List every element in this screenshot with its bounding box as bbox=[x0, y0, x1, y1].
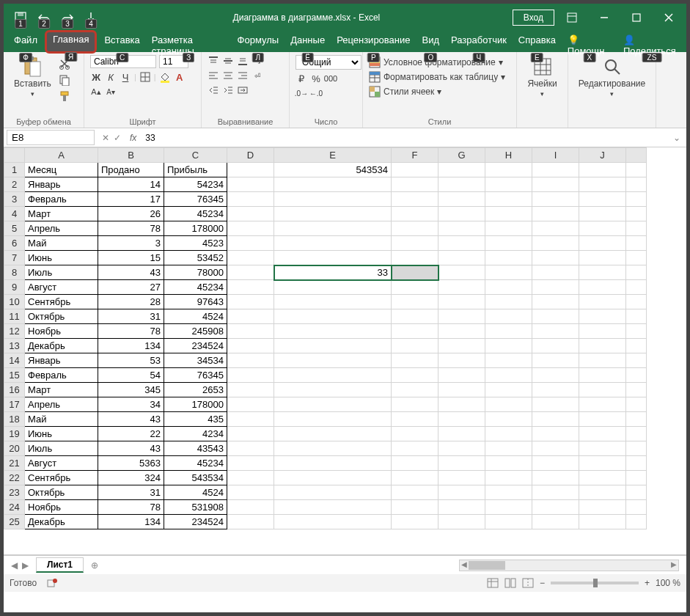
tab-разметка страницы[interactable]: Разметка страницыЗ bbox=[146, 32, 232, 52]
percent-format-icon[interactable]: % bbox=[310, 73, 322, 84]
add-sheet-button[interactable]: ⊕ bbox=[84, 560, 106, 571]
qat-undo[interactable]: 2 bbox=[34, 8, 54, 27]
cell[interactable] bbox=[274, 368, 392, 383]
cell[interactable] bbox=[485, 295, 532, 309]
row-header[interactable]: 21 bbox=[4, 456, 25, 471]
cell[interactable] bbox=[274, 236, 392, 251]
cell[interactable]: 5363 bbox=[98, 456, 164, 471]
cell[interactable]: 15 bbox=[98, 251, 164, 265]
cell[interactable] bbox=[579, 339, 626, 353]
align-bottom-icon[interactable] bbox=[237, 55, 249, 67]
cell[interactable] bbox=[227, 383, 274, 397]
cell[interactable] bbox=[392, 163, 438, 177]
cell[interactable] bbox=[392, 280, 438, 295]
cell-styles-button[interactable]: Стили ячеек ▾ bbox=[369, 84, 510, 99]
cell[interactable] bbox=[532, 251, 579, 265]
cell[interactable] bbox=[532, 265, 579, 280]
accounting-format-icon[interactable]: ₽ bbox=[296, 73, 307, 84]
cell[interactable] bbox=[227, 397, 274, 412]
cell[interactable] bbox=[274, 427, 392, 441]
cell[interactable] bbox=[485, 236, 532, 251]
row-header[interactable]: 3 bbox=[4, 192, 25, 207]
cell[interactable] bbox=[579, 163, 626, 177]
cell[interactable]: 78000 bbox=[164, 265, 227, 280]
cell[interactable] bbox=[485, 265, 532, 280]
cell[interactable] bbox=[579, 427, 626, 441]
cell[interactable] bbox=[485, 221, 532, 236]
cell[interactable]: 234524 bbox=[164, 339, 227, 353]
cell[interactable]: 43 bbox=[98, 265, 164, 280]
cell[interactable] bbox=[438, 368, 485, 383]
cell[interactable] bbox=[485, 251, 532, 265]
cell[interactable]: 4234 bbox=[164, 427, 227, 441]
cell[interactable] bbox=[274, 515, 392, 529]
cell[interactable] bbox=[485, 485, 532, 500]
borders-button[interactable] bbox=[139, 71, 151, 83]
cell[interactable]: Июль bbox=[25, 441, 98, 456]
cancel-formula-icon[interactable]: ✕ bbox=[102, 133, 109, 143]
row-header[interactable]: 5 bbox=[4, 221, 25, 236]
cell[interactable] bbox=[227, 324, 274, 339]
cell[interactable] bbox=[485, 177, 532, 192]
cell[interactable]: Октябрь bbox=[25, 309, 98, 324]
cell[interactable] bbox=[274, 456, 392, 471]
cell[interactable]: Декабрь bbox=[25, 515, 98, 529]
cell[interactable]: 26 bbox=[98, 207, 164, 221]
cell[interactable] bbox=[392, 427, 438, 441]
cell[interactable] bbox=[274, 324, 392, 339]
select-all-corner[interactable] bbox=[4, 148, 25, 163]
cell[interactable] bbox=[579, 500, 626, 515]
cell[interactable]: Август bbox=[25, 280, 98, 295]
cell[interactable] bbox=[274, 192, 392, 207]
cell[interactable] bbox=[274, 500, 392, 515]
cell[interactable] bbox=[392, 485, 438, 500]
cell[interactable] bbox=[438, 295, 485, 309]
cell[interactable]: 531908 bbox=[164, 500, 227, 515]
macro-record-icon[interactable] bbox=[47, 578, 57, 588]
cell[interactable] bbox=[532, 236, 579, 251]
decrease-indent-icon[interactable] bbox=[208, 84, 219, 96]
cell[interactable] bbox=[274, 309, 392, 324]
zoom-in-button[interactable]: + bbox=[645, 578, 650, 588]
cell[interactable]: Январь bbox=[25, 177, 98, 192]
cell[interactable] bbox=[274, 280, 392, 295]
cell[interactable] bbox=[532, 515, 579, 529]
align-left-icon[interactable] bbox=[208, 70, 219, 81]
tab-формулы[interactable]: ФормулыЛ bbox=[232, 32, 285, 52]
cell[interactable] bbox=[227, 251, 274, 265]
cell[interactable] bbox=[532, 221, 579, 236]
increase-font-icon[interactable]: A▴ bbox=[90, 86, 102, 98]
tab-данные[interactable]: ДанныеЁ bbox=[285, 32, 331, 52]
zoom-level[interactable]: 100 % bbox=[656, 578, 680, 588]
cell[interactable] bbox=[532, 280, 579, 295]
zoom-slider[interactable] bbox=[551, 582, 639, 584]
cell[interactable] bbox=[438, 163, 485, 177]
cell[interactable] bbox=[579, 353, 626, 368]
cell[interactable]: Апрель bbox=[25, 221, 98, 236]
tab-разработчик[interactable]: РазработчикЧ bbox=[445, 32, 513, 52]
cell[interactable]: Продано bbox=[98, 163, 164, 177]
cell[interactable] bbox=[532, 309, 579, 324]
cell[interactable]: 78 bbox=[98, 221, 164, 236]
cell[interactable]: Март bbox=[25, 207, 98, 221]
cell[interactable]: 28 bbox=[98, 295, 164, 309]
cell[interactable] bbox=[532, 485, 579, 500]
cell[interactable] bbox=[392, 295, 438, 309]
cell[interactable]: 4523 bbox=[164, 236, 227, 251]
row-header[interactable]: 16 bbox=[4, 383, 25, 397]
cell[interactable]: 17 bbox=[98, 192, 164, 207]
cell[interactable] bbox=[438, 339, 485, 353]
cell[interactable] bbox=[392, 265, 438, 280]
cell[interactable]: Июль bbox=[25, 265, 98, 280]
row-header[interactable]: 14 bbox=[4, 353, 25, 368]
cell[interactable] bbox=[579, 485, 626, 500]
column-header[interactable]: D bbox=[227, 148, 274, 163]
cell[interactable]: 543534 bbox=[274, 163, 392, 177]
cell[interactable]: 53 bbox=[98, 353, 164, 368]
row-header[interactable]: 6 bbox=[4, 236, 25, 251]
cell[interactable]: 3 bbox=[98, 236, 164, 251]
cell[interactable] bbox=[274, 485, 392, 500]
bold-button[interactable]: Ж bbox=[90, 71, 102, 83]
cell[interactable] bbox=[579, 368, 626, 383]
cell[interactable] bbox=[532, 397, 579, 412]
